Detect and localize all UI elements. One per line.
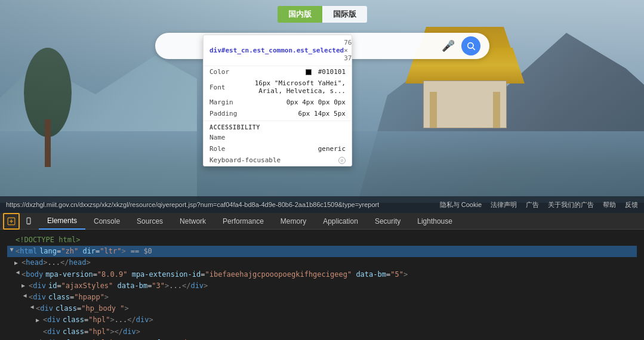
privacy-link[interactable]: 隐私与 Cookie: [440, 200, 482, 209]
tab-memory[interactable]: Memory: [272, 213, 315, 230]
svg-line-1: [473, 48, 475, 50]
legal-link[interactable]: 法律声明: [491, 200, 517, 209]
expand-triangle: ▶: [7, 248, 17, 255]
tooltip-margin-row: Margin 0px 4px 0px 0px: [204, 97, 352, 108]
margin-value: 0px 4px 0px 0px: [286, 98, 346, 106]
font-label: Font: [209, 84, 251, 91]
head-triangle: ▶: [14, 258, 21, 268]
tooltip-color-row: Color #010101: [204, 66, 352, 78]
mobile-toggle-button[interactable]: [21, 214, 36, 228]
tab-network[interactable]: Network: [171, 213, 214, 230]
tab-elements[interactable]: Elements: [39, 213, 85, 230]
pavilion-decoration: [405, 48, 525, 155]
hpapp-line[interactable]: ▼ <div class="hpapp" >: [7, 292, 637, 303]
bottom-links-bar: https://dxzhgl.miit.gov.cn/dxxzsp/xkz/xk…: [0, 196, 644, 213]
tab-lighthouse[interactable]: Lighthouse: [409, 213, 461, 230]
body-line[interactable]: ▼ <body mpa-version="8.0.9" mpa-extensio…: [7, 269, 637, 280]
keyboard-label: Keyboard-focusable: [209, 156, 281, 164]
hpl-triangle: ▶: [36, 316, 43, 325]
tooltip-padding-row: Padding 6px 14px 5px: [204, 108, 352, 119]
tab-application[interactable]: Application: [315, 213, 366, 230]
tree-decoration: [24, 48, 72, 167]
ad-link[interactable]: 广告: [526, 200, 539, 209]
color-swatch: [306, 69, 312, 75]
accessibility-header: ACCESSIBILITY: [204, 120, 352, 132]
hp-body-line[interactable]: ▼ <div class="hp_body " >: [7, 303, 637, 314]
no-triangle-2: [36, 327, 43, 336]
html-doctype[interactable]: <!DOCTYPE html>: [7, 234, 637, 246]
color-label: Color: [209, 68, 251, 76]
tooltip-font-row: Font 16px "Microsoft YaHei", Arial, Helv…: [204, 78, 352, 97]
mic-icon[interactable]: 🎤: [441, 39, 455, 53]
devtools-panel: Elements Console Sources Network Perform…: [0, 213, 644, 340]
no-triangle: [8, 236, 16, 245]
element-picker-button[interactable]: [3, 213, 20, 230]
tab-security[interactable]: Security: [366, 213, 409, 230]
hp-cont-line[interactable]: ▼ <div class="hpl hp_cont" role="main" >: [7, 338, 637, 340]
inspect-tooltip: div#est_cn.est_common.est_selected 76 × …: [203, 35, 352, 166]
doctype-text: <!DOCTYPE html>: [16, 234, 80, 246]
tab-sources[interactable]: Sources: [128, 213, 171, 230]
padding-value: 6px 14px 5px: [298, 110, 346, 118]
keyboard-value: ⊘: [338, 156, 346, 164]
tooltip-keyboard-row: Keyboard-focusable ⊘: [204, 154, 352, 166]
tooltip-dimensions: 76 × 37: [344, 39, 352, 62]
help-link[interactable]: 帮助: [603, 200, 616, 209]
version-tab-container: 国内版 国际版: [278, 6, 367, 23]
international-tab[interactable]: 国际版: [322, 6, 367, 23]
tab-performance[interactable]: Performance: [214, 213, 272, 230]
tooltip-role-row: Role generic: [204, 143, 352, 154]
body-triangle: ▼: [13, 271, 23, 278]
devtools-content: <!DOCTYPE html> ▶ <html lang="zh" dir="l…: [0, 230, 644, 340]
domestic-tab[interactable]: 国内版: [278, 6, 322, 23]
about-ad-link[interactable]: 关于我们的广告: [548, 200, 594, 209]
role-label: Role: [209, 145, 251, 153]
feedback-link[interactable]: 反馈: [625, 200, 638, 209]
footer-links: 隐私与 Cookie 法律声明 广告 关于我们的广告 帮助 反馈: [440, 200, 638, 209]
hp-body-triangle: ▼: [27, 305, 37, 313]
svg-point-0: [467, 43, 473, 48]
color-value: #010101: [306, 68, 346, 76]
hpapp-triangle: ▼: [20, 294, 30, 301]
not-focusable-icon: ⊘: [338, 157, 346, 164]
devtools-tab-bar: Elements Console Sources Network Perform…: [0, 213, 644, 230]
url-display: https://dxzhgl.miit.gov.cn/dxxzsp/xkz/xk…: [6, 201, 379, 208]
margin-label: Margin: [209, 98, 251, 106]
hpl-collapsed-line[interactable]: ▶ <div class="hpl" > ... </div>: [7, 314, 637, 326]
role-value: generic: [318, 145, 346, 153]
font-value: 16px "Microsoft YaHei", Arial, Helvetica…: [251, 79, 346, 95]
padding-label: Padding: [209, 110, 251, 118]
name-label: Name: [209, 134, 251, 141]
tooltip-header: div#est_cn.est_common.est_selected 76 × …: [204, 35, 352, 66]
tab-console[interactable]: Console: [85, 213, 128, 230]
html-root-line[interactable]: ▶ <html lang="zh" dir="ltr" > == $0: [7, 246, 637, 257]
ajax-triangle: ▶: [21, 281, 29, 290]
search-button[interactable]: [461, 36, 480, 55]
tooltip-selector: div#est_cn.est_common.est_selected: [209, 47, 344, 54]
svg-rect-5: [27, 218, 30, 224]
tooltip-name-row: Name: [204, 132, 352, 143]
head-line[interactable]: ▶ <head> ... </head>: [7, 257, 637, 268]
top-navigation: 国内版 国际版: [0, 0, 644, 30]
hpl-empty-line[interactable]: <div class="hpl" ></div>: [7, 326, 637, 338]
ajax-styles-line[interactable]: ▶ <div id="ajaxStyles" data-bm="3" > ...…: [7, 280, 637, 292]
